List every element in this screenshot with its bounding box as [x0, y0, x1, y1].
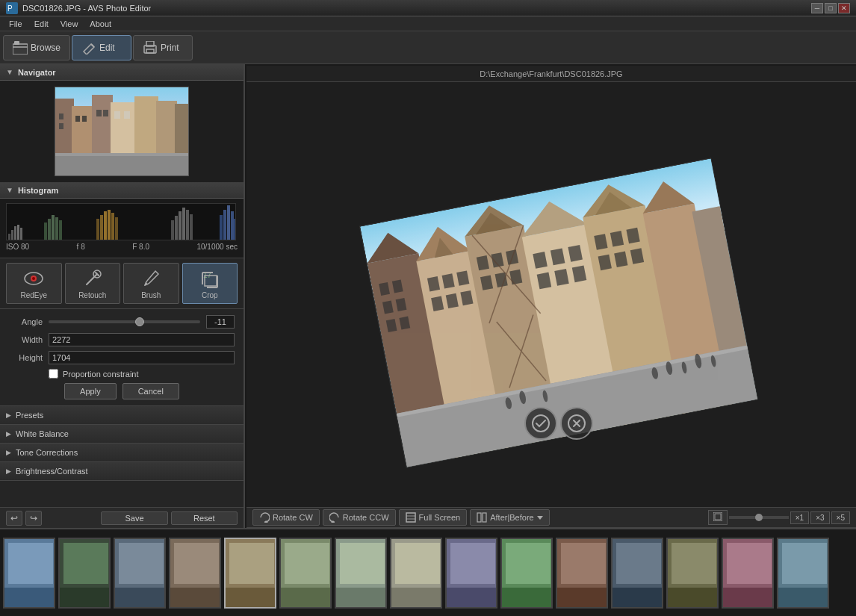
edit-button[interactable]: Edit — [72, 35, 131, 60]
presets-header[interactable]: ▶ Presets — [0, 406, 244, 424]
rotate-ccw-icon — [329, 512, 340, 523]
histogram-chart — [6, 203, 236, 240]
filmstrip-thumb-14[interactable] — [722, 538, 774, 609]
filmstrip-thumb-3[interactable] — [114, 538, 166, 609]
menu-view[interactable]: View — [55, 18, 84, 30]
filmstrip-thumb-11[interactable] — [556, 538, 608, 609]
svg-rect-163 — [447, 588, 497, 609]
confirm-cancel-button[interactable] — [560, 407, 593, 440]
redeye-tool[interactable]: RedEye — [6, 263, 62, 304]
filmstrip-thumb-10[interactable] — [500, 538, 553, 609]
width-input[interactable] — [49, 333, 235, 346]
reset-button[interactable]: Reset — [171, 511, 238, 525]
svg-rect-27 — [8, 234, 10, 240]
svg-rect-17 — [59, 123, 63, 129]
svg-rect-157 — [336, 588, 387, 609]
svg-rect-51 — [227, 205, 230, 240]
svg-rect-138 — [8, 543, 53, 584]
aperture-value: f 8 — [77, 243, 85, 251]
brightness-contrast-section: ▶ Brightness/Contrast — [0, 462, 244, 481]
tone-corrections-header[interactable]: ▶ Tone Corrections — [0, 444, 244, 461]
fstop-value: F 8.0 — [132, 243, 149, 251]
filmstrip-thumb-5[interactable] — [224, 538, 276, 609]
retouch-tool[interactable]: Retouch — [65, 263, 121, 304]
filmstrip-thumb-7[interactable] — [335, 538, 387, 609]
menu-file[interactable]: File — [3, 18, 28, 30]
maximize-button[interactable]: □ — [825, 3, 837, 13]
crop-tool[interactable]: 17 Crop — [182, 263, 238, 304]
filmstrip-thumb-2[interactable] — [58, 538, 111, 609]
filmstrip-thumb-4[interactable] — [169, 538, 221, 609]
zoom-x1-button[interactable]: ×1 — [790, 511, 809, 524]
after-before-dropdown-icon — [537, 514, 543, 520]
filmstrip-thumb-6[interactable] — [279, 538, 332, 609]
width-row: Width — [9, 333, 235, 346]
svg-rect-39 — [104, 211, 107, 240]
print-button[interactable]: Print — [133, 35, 193, 60]
minimize-button[interactable]: ─ — [811, 3, 823, 13]
filepath-text: D:\Exchange\Frankfurt\DSC01826.JPG — [480, 69, 622, 78]
menu-edit[interactable]: Edit — [28, 18, 55, 30]
undo-button[interactable]: ↩ — [6, 511, 22, 526]
angle-slider[interactable] — [49, 320, 200, 323]
svg-rect-2 — [13, 44, 28, 55]
svg-rect-49 — [220, 215, 223, 240]
filmstrip-thumb-1[interactable] — [3, 538, 55, 609]
menu-about[interactable]: About — [84, 18, 117, 30]
rotate-cw-button[interactable]: Rotate CW — [252, 509, 320, 526]
navigator-header[interactable]: ▼ Navigator — [0, 64, 244, 81]
filmstrip-thumb-12[interactable] — [611, 538, 663, 609]
svg-rect-160 — [391, 588, 442, 609]
filmstrip-thumb-13[interactable] — [666, 538, 719, 609]
close-button[interactable]: ✕ — [838, 3, 850, 13]
svg-rect-145 — [115, 588, 166, 609]
svg-rect-44 — [175, 216, 178, 240]
crop-actions: Apply Cancel — [9, 383, 235, 399]
brightness-contrast-header[interactable]: ▶ Brightness/Contrast — [0, 462, 244, 480]
left-panel: ▼ Navigator — [0, 64, 245, 528]
filmstrip-thumb-9[interactable] — [445, 538, 497, 609]
zoom-x3-button[interactable]: ×3 — [810, 511, 829, 524]
cancel-button[interactable]: Cancel — [122, 383, 179, 399]
zoom-slider[interactable] — [729, 516, 789, 519]
edit-icon — [81, 40, 96, 55]
svg-rect-144 — [119, 543, 164, 584]
save-button[interactable]: Save — [101, 511, 167, 525]
brush-tool[interactable]: Brush — [123, 263, 179, 304]
svg-rect-23 — [124, 111, 130, 119]
fullscreen-button[interactable]: Full Screen — [399, 509, 468, 526]
angle-row: Angle — [9, 315, 235, 329]
zoom-x5-button[interactable]: ×5 — [831, 511, 850, 524]
svg-rect-166 — [502, 588, 553, 609]
apply-button[interactable]: Apply — [64, 383, 117, 399]
retouch-label: Retouch — [78, 291, 106, 299]
redo-button[interactable]: ↪ — [25, 511, 42, 526]
height-input[interactable] — [49, 351, 235, 364]
rotate-cw-icon — [259, 512, 270, 523]
svg-rect-177 — [727, 543, 772, 584]
filmstrip — [0, 528, 856, 616]
browse-button[interactable]: Browse — [3, 35, 70, 60]
rotate-ccw-button[interactable]: Rotate CCW — [323, 509, 396, 526]
svg-rect-31 — [20, 228, 22, 240]
filmstrip-thumb-15[interactable] — [777, 538, 829, 609]
filmstrip-thumb-8[interactable] — [390, 538, 442, 609]
svg-rect-3 — [14, 41, 19, 45]
svg-rect-22 — [114, 111, 120, 119]
histogram-header[interactable]: ▼ Histogram — [0, 182, 244, 199]
after-before-button[interactable]: After|Before — [470, 509, 550, 526]
zoom-fit-button[interactable] — [708, 510, 728, 525]
crop-icon: 17 — [199, 268, 220, 289]
svg-rect-181 — [778, 588, 829, 609]
brightness-contrast-label: Brightness/Contrast — [16, 467, 88, 476]
svg-point-56 — [32, 277, 35, 280]
white-balance-header[interactable]: ▶ White Balance — [0, 425, 244, 443]
proportion-checkbox[interactable] — [49, 369, 58, 379]
svg-rect-153 — [285, 543, 329, 584]
angle-input[interactable] — [206, 315, 235, 329]
svg-rect-20 — [96, 110, 102, 116]
svg-rect-162 — [450, 543, 495, 584]
confirm-ok-button[interactable] — [524, 407, 557, 440]
svg-rect-48 — [190, 214, 193, 240]
zoom-controls: ×1 ×3 ×5 — [708, 510, 850, 525]
